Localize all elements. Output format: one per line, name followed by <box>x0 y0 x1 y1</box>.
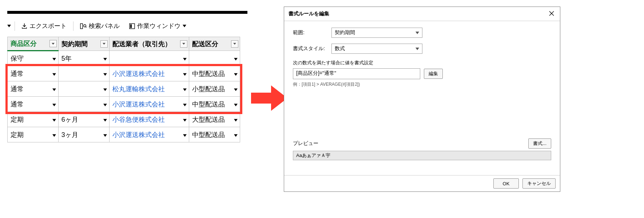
chevron-down-icon <box>183 58 187 60</box>
table-cell[interactable]: 5年 <box>58 51 109 66</box>
table-cell[interactable]: 小沢運送株式会社 <box>109 66 189 81</box>
chevron-down-icon <box>182 43 185 45</box>
table-row: 保守5年 <box>8 51 240 66</box>
chevron-down-icon <box>103 119 107 121</box>
style-dropdown[interactable]: 数式 <box>331 44 422 54</box>
preview-sample: AaあぁアァＡ宇 <box>293 151 551 160</box>
close-button[interactable] <box>548 10 556 18</box>
cell-dropdown-button[interactable] <box>183 116 187 123</box>
cell-dropdown-button[interactable] <box>234 70 238 77</box>
toolbar-separator <box>15 21 15 31</box>
edit-button[interactable]: 編集 <box>424 69 443 79</box>
table-cell[interactable]: 中型配送品 <box>189 66 240 81</box>
cell-dropdown-button[interactable] <box>234 131 238 138</box>
chevron-down-icon <box>52 73 56 76</box>
range-label: 範囲: <box>293 29 326 36</box>
table-cell[interactable]: 通常 <box>8 97 59 112</box>
formula-value: [商品区分]="通常" <box>296 70 336 76</box>
cell-dropdown-button[interactable] <box>183 131 187 138</box>
cell-dropdown-button[interactable] <box>103 100 107 108</box>
table-cell[interactable]: 6ヶ月 <box>58 112 109 127</box>
export-button[interactable]: エクスポート <box>19 20 69 32</box>
table-cell[interactable]: 大型配送品 <box>189 112 240 127</box>
chevron-down-icon <box>103 43 106 45</box>
table-cell[interactable]: 保守 <box>8 51 59 66</box>
ok-button[interactable]: OK <box>493 178 519 189</box>
chevron-down-icon <box>103 134 107 137</box>
svg-rect-0 <box>80 24 83 29</box>
search-panel-label: 検索パネル <box>89 22 120 30</box>
range-value: 契約期間 <box>335 29 355 36</box>
table-cell[interactable]: 小沢運送株式会社 <box>109 127 189 142</box>
table-cell[interactable]: 小沢運送株式会社 <box>109 97 189 112</box>
cell-dropdown-button[interactable] <box>183 100 187 108</box>
table-cell[interactable]: 定期 <box>8 127 59 142</box>
svg-line-2 <box>86 27 86 27</box>
table-cell[interactable] <box>58 81 109 97</box>
table-row: 通常小沢運送株式会社中型配送品 <box>8 97 240 112</box>
range-dropdown[interactable]: 契約期間 <box>331 28 422 38</box>
work-window-button[interactable]: 作業ウィンドウ <box>126 20 189 32</box>
chevron-down-icon <box>183 104 187 106</box>
table-cell[interactable]: 中型配送品 <box>189 97 240 112</box>
table-cell[interactable]: 小型配送品 <box>189 81 240 97</box>
menu-caret-icon[interactable] <box>7 25 11 27</box>
table-row: 通常小沢運送株式会社中型配送品 <box>8 66 240 81</box>
column-filter-button[interactable] <box>231 40 238 48</box>
cell-dropdown-button[interactable] <box>52 55 56 62</box>
column-filter-button[interactable] <box>100 40 108 48</box>
cell-dropdown-button[interactable] <box>52 131 56 138</box>
column-filter-button[interactable] <box>49 40 57 47</box>
table-cell[interactable]: 松丸運輸株式会社 <box>109 81 189 97</box>
cell-dropdown-button[interactable] <box>103 54 107 62</box>
table-cell[interactable]: 通常 <box>8 81 59 97</box>
cell-dropdown-button[interactable] <box>183 70 187 77</box>
chevron-down-icon <box>52 88 56 91</box>
cell-dropdown-button[interactable] <box>103 70 107 77</box>
cell-dropdown-button[interactable] <box>52 116 56 123</box>
chevron-down-icon <box>234 58 238 60</box>
cell-dropdown-button[interactable] <box>234 54 238 62</box>
cell-dropdown-button[interactable] <box>183 85 187 93</box>
cell-dropdown-button[interactable] <box>183 54 187 62</box>
table-cell[interactable]: 中型配送品 <box>189 127 240 142</box>
search-panel-button[interactable]: 検索パネル <box>77 20 123 32</box>
column-header[interactable]: 配送区分 <box>189 37 240 51</box>
cell-dropdown-button[interactable] <box>103 85 107 93</box>
chevron-down-icon <box>234 104 238 106</box>
toolbar: エクスポート 検索パネル 作業ウィンドウ <box>7 20 247 37</box>
format-rule-dialog: 書式ルールを編集 範囲: 契約期間 書式スタイル: 数式 次の数式を満たす場合に… <box>284 7 560 192</box>
chevron-down-icon <box>416 32 419 34</box>
chevron-down-icon <box>234 73 238 76</box>
preview-label: プレビュー <box>293 140 318 147</box>
table-cell[interactable] <box>58 97 109 112</box>
cell-dropdown-button[interactable] <box>52 85 56 93</box>
column-header[interactable]: 契約期間 <box>58 37 109 51</box>
column-filter-button[interactable] <box>180 40 187 48</box>
column-header[interactable]: 商品区分 <box>8 37 59 51</box>
table-cell[interactable] <box>58 66 109 81</box>
chevron-down-icon <box>183 25 186 27</box>
cell-dropdown-button[interactable] <box>52 70 56 77</box>
table-cell[interactable]: 小谷急便株式会社 <box>109 112 189 127</box>
cancel-button[interactable]: キャンセル <box>522 178 556 189</box>
cell-dropdown-button[interactable] <box>103 131 107 138</box>
cell-dropdown-button[interactable] <box>234 116 238 123</box>
table-cell[interactable] <box>189 51 240 66</box>
chevron-down-icon <box>416 48 419 50</box>
cell-dropdown-button[interactable] <box>52 100 56 108</box>
table-cell[interactable]: 3ヶ月 <box>58 127 109 142</box>
format-button[interactable]: 書式... <box>528 138 551 149</box>
formula-input[interactable]: [商品区分]="通常" <box>293 68 420 79</box>
table-cell[interactable]: 通常 <box>8 66 59 81</box>
cell-dropdown-button[interactable] <box>234 100 238 108</box>
cell-dropdown-button[interactable] <box>234 85 238 93</box>
work-window-icon <box>129 23 135 29</box>
chevron-down-icon <box>183 88 187 91</box>
table-cell[interactable] <box>109 51 189 66</box>
column-header[interactable]: 配送業者（取引先） <box>109 37 189 51</box>
cell-dropdown-button[interactable] <box>103 116 107 123</box>
work-window-label: 作業ウィンドウ <box>137 22 180 30</box>
chevron-down-icon <box>52 43 55 45</box>
table-cell[interactable]: 定期 <box>8 112 59 127</box>
